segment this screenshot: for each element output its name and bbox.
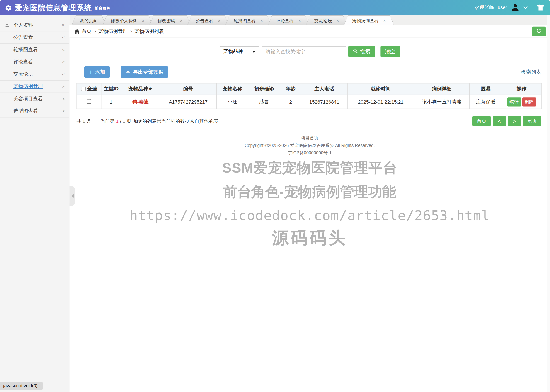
sidebar-item-profile[interactable]: 个人资料 ∨ <box>0 19 69 31</box>
app-header: 爱宠医院信息管理系统 前台角色 欢迎光临 user <box>0 0 550 15</box>
tab-announcements[interactable]: 公告查看 × <box>187 15 229 25</box>
watermark-url: https://www.icodedock.com/article/2653.h… <box>69 208 550 223</box>
pagination-buttons: 首页 < > 尾页 <box>472 116 541 126</box>
scrollbar[interactable] <box>547 15 550 392</box>
cell-detail: 该小狗一直打喷嚏 <box>414 95 470 109</box>
clear-button[interactable]: 清空 <box>380 46 400 57</box>
row-select-cell <box>77 95 101 109</box>
search-button[interactable]: 搜索 <box>348 46 375 57</box>
cell-visit-time: 2025-12-01 22:15:21 <box>347 95 414 109</box>
tab-carousel[interactable]: 轮播图查看 × <box>225 15 271 25</box>
col-header-pet-name: 宠物名称 <box>217 83 248 95</box>
close-icon[interactable]: × <box>218 18 221 23</box>
app-window: 爱宠医院信息管理系统 前台角色 欢迎光临 user 个人资料 ∨ <box>0 0 550 392</box>
search-category-select[interactable]: 宠物品种 <box>220 46 259 57</box>
selected-category: 宠物品种 <box>223 49 243 55</box>
col-header-visit-time: 就诊时间 <box>347 83 414 95</box>
toolbar: + 添加 导出全部数据 检索列表 <box>69 66 550 78</box>
theme-shirt-icon[interactable] <box>537 4 544 11</box>
tab-forum[interactable]: 交流论坛 × <box>306 15 347 25</box>
col-header-phone: 主人电话 <box>301 83 347 95</box>
cell-actions: 编辑删除 <box>502 95 541 109</box>
menu-icon <box>5 86 10 88</box>
next-page-button[interactable]: > <box>508 116 521 126</box>
avatar[interactable] <box>511 3 520 12</box>
sidebar-item-label: 宠物病例管理 <box>13 83 62 90</box>
tab-bar: 我的桌面 修改个人资料 × 修改密码 × 公告查看 × 轮播图查看 × 评论查看… <box>69 15 550 25</box>
sidebar-item-pet-cases[interactable]: 宠物病例管理 > <box>0 81 69 93</box>
watermark-line-2: 前台角色-宠物病例管理功能 <box>69 182 550 202</box>
tab-desktop[interactable]: 我的桌面 <box>71 15 106 25</box>
close-icon[interactable]: × <box>260 18 263 23</box>
user-icon <box>5 23 10 28</box>
first-page-button[interactable]: 首页 <box>472 116 491 126</box>
sidebar-item-announcements[interactable]: 公告查看 < <box>0 31 69 44</box>
current-page-prefix: 当前第 <box>100 118 115 124</box>
welcome-text: 欢迎光临 <box>475 4 494 11</box>
sidebar-item-label: 造型图查看 <box>13 108 62 114</box>
sidebar-item-carousel[interactable]: 轮播图查看 < <box>0 44 69 56</box>
sidebar-item-label: 评论查看 <box>13 59 62 65</box>
breadcrumb-module-link[interactable]: 宠物病例管理 <box>98 28 128 35</box>
row-checkbox[interactable] <box>86 99 91 104</box>
close-icon[interactable]: × <box>180 18 182 23</box>
menu-icon <box>5 49 10 51</box>
caret-down-icon <box>252 51 255 55</box>
select-all-header: 全选 <box>77 83 101 95</box>
sidebar-item-grooming[interactable]: 美容项目查看 < <box>0 93 69 105</box>
chevron-icon: < <box>62 109 64 113</box>
close-icon[interactable]: × <box>336 18 339 23</box>
edit-button[interactable]: 编辑 <box>507 97 521 106</box>
menu-icon <box>5 73 10 75</box>
project-home-link[interactable]: 项目首页 <box>301 136 318 141</box>
select-all-checkbox[interactable] <box>81 87 86 91</box>
last-page-button[interactable]: 尾页 <box>523 116 541 126</box>
tab-pet-case-view[interactable]: 宠物病例查看 × <box>344 15 394 25</box>
chevron-icon: > <box>62 84 64 89</box>
search-input[interactable] <box>262 46 346 57</box>
sidebar-collapse-handle[interactable] <box>69 186 75 206</box>
breadcrumb-home-link[interactable]: 首页 <box>82 28 92 35</box>
refresh-icon <box>536 28 542 35</box>
main-area: 我的桌面 修改个人资料 × 修改密码 × 公告查看 × 轮播图查看 × 评论查看… <box>69 15 550 392</box>
refresh-button[interactable] <box>532 27 546 36</box>
menu-icon <box>5 61 10 63</box>
cell-age: 2 <box>280 95 301 109</box>
star-column-note: 加★的列表示当前列的数据来自其他的表 <box>134 118 218 124</box>
search-bar: 宠物品种 搜索 清空 <box>69 46 550 57</box>
export-all-button[interactable]: 导出全部数据 <box>121 66 168 78</box>
col-header-diagnosis: 初步确诊 <box>248 83 280 95</box>
app-subtitle: 前台角色 <box>95 6 110 11</box>
username-text: user <box>498 5 507 10</box>
table-header-row: 全选 主键ID 宠物品种★ 编号 宠物名称 初步确诊 年龄 主人电话 就诊时间 … <box>77 83 541 95</box>
chevron-icon: < <box>62 72 64 77</box>
sidebar-item-styling[interactable]: 造型图查看 < <box>0 105 69 117</box>
sidebar-item-forum[interactable]: 交流论坛 < <box>0 68 69 81</box>
tab-change-password[interactable]: 修改密码 × <box>149 15 191 25</box>
tab-edit-profile[interactable]: 修改个人资料 × <box>102 15 153 25</box>
delete-button[interactable]: 删除 <box>522 97 536 106</box>
menu-icon <box>5 36 10 38</box>
tab-comments[interactable]: 评论查看 × <box>268 15 309 25</box>
page-footer: 项目首页 Copyright ©2025-2026 爱宠医院信息管理系统 All… <box>69 134 550 157</box>
app-title: 爱宠医院信息管理系统 <box>15 4 92 11</box>
close-icon[interactable]: × <box>142 18 144 23</box>
breadcrumb-separator: > <box>93 29 96 34</box>
header-brand: 爱宠医院信息管理系统 前台角色 <box>5 4 110 11</box>
chevron-icon: < <box>62 97 64 101</box>
close-icon[interactable]: × <box>299 18 301 23</box>
add-button[interactable]: + 添加 <box>84 66 110 78</box>
sidebar-item-comments[interactable]: 评论查看 < <box>0 56 69 68</box>
close-icon[interactable]: × <box>383 18 386 23</box>
col-header-id: 主键ID <box>101 83 121 95</box>
breadcrumb-page-link[interactable]: 宠物病例列表 <box>134 28 164 35</box>
prev-page-button[interactable]: < <box>493 116 506 126</box>
plus-icon: + <box>89 69 93 75</box>
current-page-number: 1 <box>116 119 119 124</box>
watermark-line-4: 源码码头 <box>69 227 550 249</box>
status-link-preview: javascript:void(0) <box>0 382 43 390</box>
sidebar-item-label: 交流论坛 <box>13 71 62 77</box>
copyright-text: Copyright ©2025-2026 爱宠医院信息管理系统 All Righ… <box>69 142 550 149</box>
cell-breed: 狗-泰迪 <box>121 95 160 109</box>
chevron-down-icon[interactable] <box>523 6 528 9</box>
